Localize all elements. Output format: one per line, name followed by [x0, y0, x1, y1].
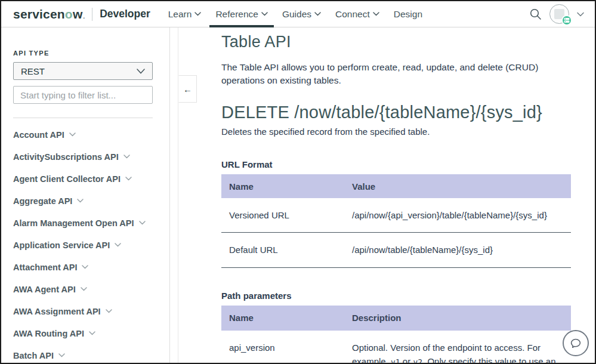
- chevron-down-icon: [106, 309, 112, 313]
- api-intro-text: The Table API allows you to perform crea…: [221, 61, 554, 87]
- chevron-down-icon: [125, 177, 132, 181]
- sidebar-item-alarm-management-open-api[interactable]: Alarm Management Open API: [13, 212, 153, 234]
- api-item-label: ActivitySubscriptions API: [13, 152, 119, 162]
- cell-param-description: Optional. Version of the endpoint to acc…: [344, 331, 571, 364]
- api-type-label: API TYPE: [13, 50, 153, 57]
- api-list: Account API ActivitySubscriptions API Ag…: [13, 124, 153, 364]
- logo-trademark-dot: .: [83, 14, 85, 20]
- logo-text-prefix: servicen: [13, 7, 65, 21]
- chevron-down-icon: [261, 12, 268, 16]
- chevron-down-icon: [314, 12, 321, 16]
- chevron-down-icon: [77, 199, 84, 203]
- api-sidebar: API TYPE REST Account API ActivitySubscr…: [1, 27, 170, 363]
- chevron-down-icon: [139, 221, 146, 225]
- chevron-down-icon: [123, 155, 130, 159]
- column-header-name: Name: [221, 174, 344, 198]
- api-item-label: AWA Assignment API: [13, 307, 101, 316]
- endpoint-heading: DELETE /now/table/{tableName}/{sys_id}: [221, 103, 571, 122]
- nav-label: Connect: [335, 9, 370, 20]
- doc-main-content: Table API The Table API allows you to pe…: [178, 27, 595, 363]
- nav-label: Guides: [282, 9, 311, 20]
- api-item-label: AWA Agent API: [13, 285, 76, 294]
- search-icon[interactable]: [529, 8, 542, 20]
- active-tab-underline: [209, 25, 274, 27]
- user-avatar[interactable]: [549, 4, 569, 24]
- api-item-label: AWA Routing API: [13, 329, 84, 338]
- table-row: Versioned URL /api/now/{api_version}/tab…: [221, 198, 571, 233]
- api-item-label: Aggregate API: [13, 196, 72, 206]
- chevron-down-icon: [89, 331, 95, 335]
- collapse-sidebar-button[interactable]: ←: [178, 75, 197, 103]
- api-item-label: Attachment API: [13, 263, 77, 272]
- sidebar-item-awa-routing-api[interactable]: AWA Routing API: [13, 322, 153, 344]
- cell-versioned-url-name: Versioned URL: [221, 198, 344, 233]
- top-navbar: servicenow. Developer Learn Reference Gu…: [1, 1, 595, 27]
- cell-default-url-name: Default URL: [221, 233, 344, 267]
- chat-bubble-icon: [569, 336, 583, 350]
- table-row: Default URL /api/now/table/{tableName}/{…: [221, 233, 571, 267]
- column-header-description: Description: [344, 306, 571, 331]
- sidebar-item-aggregate-api[interactable]: Aggregate API: [13, 190, 153, 212]
- nav-label: Reference: [215, 9, 258, 20]
- servicenow-logo[interactable]: servicenow.: [13, 7, 85, 21]
- chevron-down-icon: [194, 12, 201, 16]
- chevron-down-icon: [69, 132, 76, 137]
- developer-wordmark[interactable]: Developer: [100, 8, 150, 20]
- sidebar-item-awa-agent-api[interactable]: AWA Agent API: [13, 278, 153, 300]
- cell-default-url-value: /api/now/table/{tableName}/{sys_id}: [344, 233, 571, 267]
- sidebar-gutter: [170, 27, 178, 363]
- api-item-label: Account API: [13, 130, 64, 140]
- chevron-down-icon: [81, 287, 87, 291]
- column-header-value: Value: [344, 174, 571, 198]
- path-parameters-title: Path parameters: [221, 291, 571, 301]
- instance-status-badge-icon: [561, 15, 572, 26]
- api-item-label: Agent Client Collector API: [13, 174, 121, 184]
- api-type-selected-value: REST: [21, 66, 45, 76]
- feedback-chat-button[interactable]: [563, 330, 589, 356]
- nav-item-reference[interactable]: Reference: [208, 1, 275, 27]
- chevron-down-icon: [373, 12, 379, 16]
- logo-text-suffix: w: [73, 7, 83, 21]
- table-row: api_version Optional. Version of the end…: [221, 331, 571, 364]
- sidebar-item-attachment-api[interactable]: Attachment API: [13, 256, 153, 278]
- logo-green-o: o: [65, 7, 73, 21]
- table-header-row: Name Value: [221, 174, 571, 198]
- sidebar-item-batch-api[interactable]: Batch API: [13, 344, 153, 364]
- sidebar-item-activitysubscriptions-api[interactable]: ActivitySubscriptions API: [13, 146, 153, 168]
- chevron-down-icon: [115, 243, 121, 247]
- desc-text: or: [400, 356, 413, 364]
- api-item-label: Alarm Management Open API: [13, 218, 134, 228]
- table-header-row: Name Description: [221, 306, 571, 331]
- filter-list-input[interactable]: [13, 86, 153, 104]
- cell-versioned-url-value: /api/now/{api_version}/table/{tableName}…: [344, 198, 571, 233]
- sidebar-item-awa-assignment-api[interactable]: AWA Assignment API: [13, 300, 153, 322]
- url-format-title: URL Format: [221, 159, 571, 169]
- nav-item-learn[interactable]: Learn: [161, 1, 209, 27]
- desc-code: v2: [413, 357, 422, 364]
- account-menu-chevron-icon[interactable]: [577, 12, 584, 17]
- api-item-label: Application Service API: [13, 240, 110, 250]
- cell-param-name: api_version: [221, 331, 344, 364]
- endpoint-description: Deletes the specified record from the sp…: [221, 127, 571, 137]
- column-header-name: Name: [221, 306, 344, 331]
- content-area: API TYPE REST Account API ActivitySubscr…: [1, 27, 595, 363]
- url-format-table: Name Value Versioned URL /api/now/{api_v…: [221, 174, 571, 268]
- chevron-down-icon: [82, 265, 88, 269]
- sidebar-item-account-api[interactable]: Account API: [13, 124, 153, 146]
- sidebar-item-agent-client-collector-api[interactable]: Agent Client Collector API: [13, 168, 153, 190]
- api-type-select[interactable]: REST: [13, 62, 153, 80]
- collapse-sidebar-arrow-icon: ←: [183, 84, 192, 94]
- page-title: Table API: [221, 33, 571, 51]
- sidebar-item-application-service-api[interactable]: Application Service API: [13, 234, 153, 256]
- nav-label: Design: [394, 9, 422, 20]
- chevron-down-icon: [58, 353, 65, 357]
- nav-item-design[interactable]: Design: [387, 1, 430, 27]
- header-right-cluster: [529, 4, 584, 24]
- path-parameters-table: Name Description api_version Optional. V…: [221, 306, 571, 364]
- nav-item-guides[interactable]: Guides: [275, 1, 328, 27]
- nav-item-connect[interactable]: Connect: [328, 1, 387, 27]
- primary-nav: Learn Reference Guides Connect Design: [161, 1, 430, 27]
- sidebar-divider: [13, 118, 153, 118]
- desc-code: v1: [391, 357, 400, 364]
- developer-portal-window: servicenow. Developer Learn Reference Gu…: [0, 0, 596, 364]
